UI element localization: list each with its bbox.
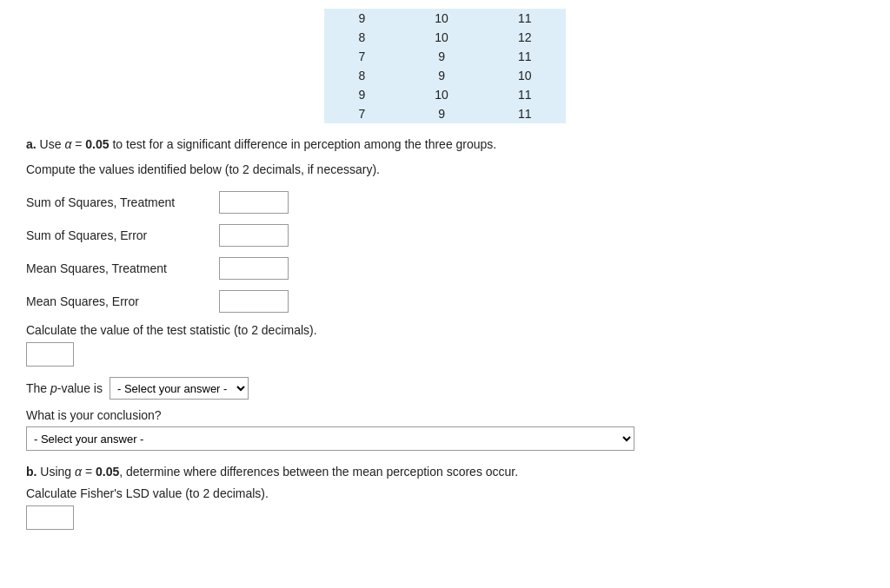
- input-sse[interactable]: [219, 224, 289, 247]
- table-cell: 9: [400, 104, 483, 123]
- input-mst[interactable]: [219, 257, 289, 280]
- table-cell: 10: [400, 85, 483, 104]
- table-cell: 11: [483, 47, 567, 66]
- table-cell: 9: [324, 9, 401, 28]
- field-label-sst: Sum of Squares, Treatment: [26, 195, 209, 209]
- part-a-instruction2: Compute the values identified below (to …: [26, 161, 864, 179]
- field-label-sse: Sum of Squares, Error: [26, 228, 209, 242]
- table-cell: 8: [324, 28, 401, 47]
- pvalue-select[interactable]: - Select your answer -less than .01betwe…: [110, 377, 249, 400]
- input-lsd[interactable]: [26, 505, 74, 530]
- table-cell: 11: [483, 9, 567, 28]
- table-cell: 8: [324, 66, 401, 85]
- test-stat-label: Calculate the value of the test statisti…: [26, 323, 864, 337]
- pvalue-text: The p-value is: [26, 381, 103, 395]
- input-mse[interactable]: [219, 290, 289, 313]
- fields-area: Sum of Squares, Treatment Sum of Squares…: [26, 191, 864, 313]
- pvalue-row: The p-value is - Select your answer -les…: [26, 377, 864, 400]
- table-cell: 12: [483, 28, 567, 47]
- table-cell: 7: [324, 47, 401, 66]
- conclusion-select[interactable]: - Select your answer -Reject H0. There i…: [26, 426, 634, 451]
- field-row-sst: Sum of Squares, Treatment: [26, 191, 864, 214]
- field-row-sse: Sum of Squares, Error: [26, 224, 864, 247]
- lsd-label: Calculate Fisher's LSD value (to 2 decim…: [26, 486, 864, 500]
- field-row-mst: Mean Squares, Treatment: [26, 257, 864, 280]
- part-a-instruction1: a. Use α = 0.05 to test for a significan…: [26, 135, 864, 154]
- table-cell: 9: [400, 47, 483, 66]
- field-label-mse: Mean Squares, Error: [26, 294, 209, 308]
- data-table-container: 910118101279118910910117911: [26, 9, 864, 123]
- table-cell: 7: [324, 104, 401, 123]
- page-wrapper: 910118101279118910910117911 a. Use α = 0…: [0, 0, 890, 547]
- field-label-mst: Mean Squares, Treatment: [26, 261, 209, 275]
- table-cell: 10: [400, 9, 483, 28]
- table-cell: 10: [483, 66, 567, 85]
- field-row-mse: Mean Squares, Error: [26, 290, 864, 313]
- table-cell: 9: [324, 85, 401, 104]
- input-test-stat[interactable]: [26, 342, 74, 367]
- input-sst[interactable]: [219, 191, 289, 214]
- table-cell: 9: [400, 66, 483, 85]
- data-table: 910118101279118910910117911: [324, 9, 567, 123]
- table-cell: 10: [400, 28, 483, 47]
- table-cell: 11: [483, 85, 567, 104]
- conclusion-label: What is your conclusion?: [26, 408, 864, 422]
- part-b-label: b. Using α = 0.05, determine where diffe…: [26, 463, 864, 481]
- table-cell: 11: [483, 104, 567, 123]
